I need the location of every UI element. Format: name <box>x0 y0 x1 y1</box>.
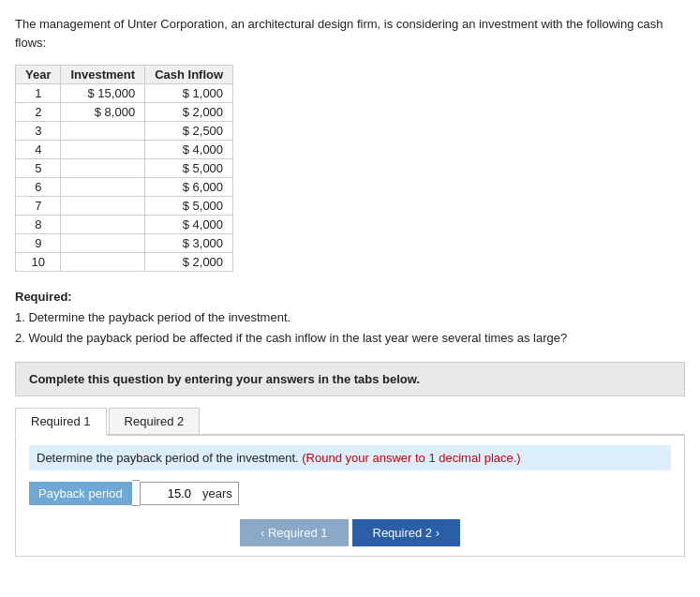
cell-year: 8 <box>16 216 61 234</box>
cell-inflow: $ 6,000 <box>145 178 233 197</box>
tabs-container: Required 1 Required 2 <box>15 408 685 436</box>
cell-year: 3 <box>16 122 61 141</box>
nav-buttons: ‹ Required 1 Required 2 › <box>29 519 671 546</box>
complete-box: Complete this question by entering your … <box>15 362 685 396</box>
payback-label: Payback period <box>29 482 132 505</box>
cell-year: 9 <box>16 234 61 253</box>
instruction-suffix: (Round your answer to 1 decimal place.) <box>302 451 520 465</box>
cell-inflow: $ 2,000 <box>145 103 233 122</box>
cell-year: 6 <box>16 178 61 197</box>
col-header-inflow: Cash Inflow <box>145 66 233 84</box>
required-label: Required: <box>15 290 72 304</box>
cell-year: 5 <box>16 159 61 178</box>
intro-text: The management of Unter Corporation, an … <box>15 15 685 52</box>
table-row: 9$ 3,000 <box>16 234 233 253</box>
cell-investment <box>61 216 145 234</box>
col-header-investment: Investment <box>61 66 145 84</box>
cell-investment <box>61 234 145 253</box>
payback-input-wrapper: years <box>140 482 239 505</box>
cell-investment: $ 8,000 <box>61 103 145 122</box>
cell-inflow: $ 4,000 <box>145 216 233 234</box>
col-header-year: Year <box>16 66 61 84</box>
tab-content: Determine the payback period of the inve… <box>15 436 685 557</box>
cell-inflow: $ 4,000 <box>145 141 233 159</box>
cell-investment: $ 15,000 <box>61 84 145 103</box>
cell-investment <box>61 141 145 159</box>
table-row: 4$ 4,000 <box>16 141 233 159</box>
prev-button[interactable]: ‹ Required 1 <box>240 519 349 546</box>
payback-row: Payback period years <box>29 480 671 506</box>
payback-input[interactable] <box>141 483 197 504</box>
tab-required1[interactable]: Required 1 <box>15 408 107 436</box>
cell-year: 7 <box>16 197 61 216</box>
required-item2: 2. Would the payback period be affected … <box>15 331 567 345</box>
cell-year: 10 <box>16 253 61 272</box>
cash-flow-table: Year Investment Cash Inflow 1$ 15,000$ 1… <box>15 65 233 272</box>
next-label: Required 2 <box>373 526 433 540</box>
cell-year: 4 <box>16 141 61 159</box>
cell-inflow: $ 5,000 <box>145 159 233 178</box>
table-row: 2$ 8,000$ 2,000 <box>16 103 233 122</box>
next-arrow-icon: › <box>436 526 439 540</box>
table-row: 1$ 15,000$ 1,000 <box>16 84 233 103</box>
table-row: 6$ 6,000 <box>16 178 233 197</box>
tab-required2[interactable]: Required 2 <box>109 408 201 434</box>
instruction-row: Determine the payback period of the inve… <box>29 445 671 470</box>
instruction-text: Determine the payback period of the inve… <box>37 451 299 465</box>
next-button[interactable]: Required 2 › <box>352 519 461 546</box>
cell-year: 2 <box>16 103 61 122</box>
cell-inflow: $ 2,500 <box>145 122 233 141</box>
cell-investment <box>61 159 145 178</box>
cell-investment <box>61 253 145 272</box>
cell-inflow: $ 2,000 <box>145 253 233 272</box>
cell-year: 1 <box>16 84 61 103</box>
cell-inflow: $ 5,000 <box>145 197 233 216</box>
table-row: 7$ 5,000 <box>16 197 233 216</box>
prev-arrow-icon: ‹ <box>261 526 264 540</box>
cell-investment <box>61 122 145 141</box>
prev-label: Required 1 <box>268 526 328 540</box>
table-row: 10$ 2,000 <box>16 253 233 272</box>
cell-inflow: $ 1,000 <box>145 84 233 103</box>
cell-investment <box>61 178 145 197</box>
cell-inflow: $ 3,000 <box>145 234 233 253</box>
table-row: 3$ 2,500 <box>16 122 233 141</box>
cell-investment <box>61 197 145 216</box>
table-row: 8$ 4,000 <box>16 216 233 234</box>
payback-unit: years <box>197 483 238 504</box>
required-section: Required: 1. Determine the payback perio… <box>15 287 685 349</box>
required-item1: 1. Determine the payback period of the i… <box>15 310 290 324</box>
table-row: 5$ 5,000 <box>16 159 233 178</box>
